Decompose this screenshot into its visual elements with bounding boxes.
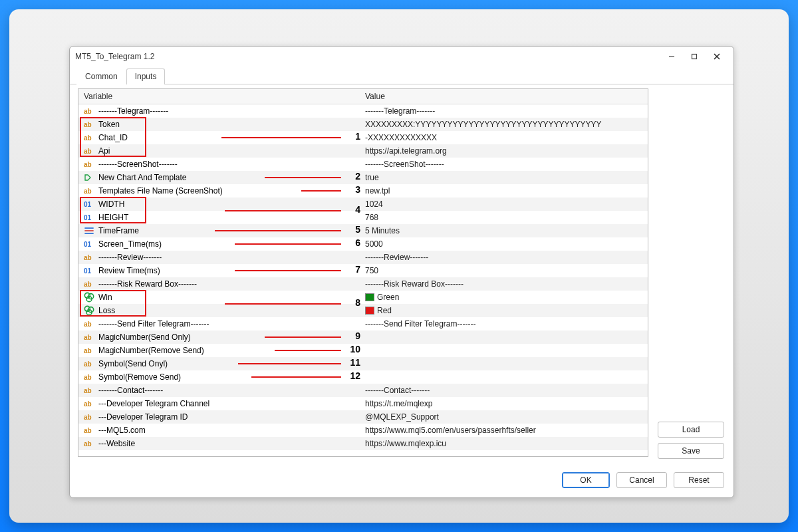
minimize-button[interactable] (660, 49, 683, 64)
value-cell[interactable]: https://api.telegram.org (361, 144, 648, 158)
bottom-buttons: OK Cancel Reset (562, 472, 724, 488)
value-cell[interactable]: 5000 (361, 237, 648, 251)
variable-name: Templates File Name (ScreenShot) (98, 186, 223, 196)
grid-header: Variable Value (78, 89, 648, 104)
variable-name: Win (98, 293, 112, 302)
variable-name: -------Contact------- (98, 386, 163, 395)
header-value: Value (361, 89, 648, 104)
string-type-icon: ab (84, 386, 94, 395)
table-row[interactable]: ab---Websitehttps://www.mqlexp.icu (78, 437, 648, 450)
value-cell[interactable]: 750 (361, 264, 648, 277)
value-text: -------Telegram------- (365, 106, 435, 116)
table-row[interactable]: 01WIDTH1024 (78, 198, 648, 211)
table-row[interactable]: New Chart And Templatetrue (78, 171, 648, 184)
variable-name: -------Review------- (98, 253, 162, 262)
value-text: 5000 (365, 239, 383, 249)
variable-cell: Win (78, 291, 361, 304)
table-row[interactable]: ab-------ScreenShot--------------ScreenS… (78, 158, 648, 171)
value-cell[interactable]: -------Telegram------- (361, 104, 648, 118)
table-row[interactable]: TimeFrame5 Minutes (78, 224, 648, 237)
table-row[interactable]: abSymbol(Send Onyl) (78, 357, 648, 370)
variable-name: Token (98, 120, 120, 129)
close-button[interactable] (706, 49, 728, 64)
table-row[interactable]: ab-------Risk Reward Box--------------Ri… (78, 277, 648, 291)
value-cell[interactable]: XXXXXXXXX:YYYYYYYYYYYYYYYYYYYYYYYYYYYYYY… (361, 118, 648, 131)
value-cell[interactable]: true (361, 171, 648, 184)
table-row[interactable]: abTemplates File Name (ScreenShot)new.tp… (78, 184, 648, 198)
variable-name: Review Time(ms) (98, 266, 160, 275)
reset-button[interactable]: Reset (674, 472, 724, 488)
table-row[interactable]: abSymbol(Remove Send) (78, 370, 648, 384)
value-cell[interactable] (361, 344, 648, 357)
table-row[interactable]: abTokenXXXXXXXXX:YYYYYYYYYYYYYYYYYYYYYYY… (78, 118, 648, 131)
save-button[interactable]: Save (658, 443, 724, 459)
variable-cell: ab-------Contact------- (78, 384, 361, 397)
variable-cell: abToken (78, 118, 361, 131)
value-cell[interactable]: -XXXXXXXXXXXXX (361, 131, 648, 144)
value-cell[interactable]: 768 (361, 211, 648, 224)
variable-cell: Loss (78, 304, 361, 317)
table-row[interactable]: abChat_ID-XXXXXXXXXXXXX (78, 131, 648, 144)
enum-type-icon (84, 226, 94, 235)
variable-cell: 01Screen_Time(ms) (78, 237, 361, 251)
value-text: Red (377, 306, 392, 315)
table-row[interactable]: ab-------Send Filter Telegram-----------… (78, 317, 648, 331)
value-cell[interactable]: https://www.mql5.com/en/users/passerhfts… (361, 424, 648, 437)
variable-name: -------ScreenShot------- (98, 160, 178, 169)
value-text: -------Contact------- (365, 386, 430, 395)
value-cell[interactable]: -------Risk Reward Box------- (361, 277, 648, 291)
value-cell[interactable]: -------Contact------- (361, 384, 648, 397)
tab-inputs[interactable]: Inputs (126, 68, 166, 84)
variable-name: MagicNumber(Send Only) (98, 332, 191, 342)
value-cell[interactable]: new.tpl (361, 184, 648, 198)
maximize-button[interactable] (683, 49, 706, 64)
variable-name: New Chart And Template (98, 173, 187, 182)
string-type-icon: ab (84, 346, 94, 355)
value-cell[interactable]: https://t.me/mqlexp (361, 397, 648, 410)
value-cell[interactable]: 5 Minutes (361, 224, 648, 237)
table-row[interactable]: abMagicNumber(Send Only) (78, 331, 648, 344)
load-button[interactable]: Load (658, 422, 724, 438)
tab-common[interactable]: Common (76, 68, 126, 84)
table-row[interactable]: abApihttps://api.telegram.org (78, 144, 648, 158)
variable-cell: ab-------ScreenShot------- (78, 158, 361, 171)
int-type-icon: 01 (84, 239, 94, 249)
variable-name: ---MQL5.com (98, 426, 146, 435)
string-type-icon: ab (84, 372, 94, 382)
value-cell[interactable]: @MQLEXP_Support (361, 410, 648, 424)
table-row[interactable]: ab-------Contact--------------Contact---… (78, 384, 648, 397)
table-row[interactable]: ab---Developer Telegram ID@MQLEXP_Suppor… (78, 410, 648, 424)
value-cell[interactable]: -------ScreenShot------- (361, 158, 648, 171)
value-cell[interactable]: Red (361, 304, 648, 317)
table-row[interactable]: ab---MQL5.comhttps://www.mql5.com/en/use… (78, 424, 648, 437)
variable-name: ---Developer Telegram Channel (98, 399, 209, 408)
variable-cell: abSymbol(Remove Send) (78, 370, 361, 384)
table-row[interactable]: 01HEIGHT768 (78, 211, 648, 224)
value-cell[interactable]: Green (361, 291, 648, 304)
table-row[interactable]: LossRed (78, 304, 648, 317)
table-row[interactable]: WinGreen (78, 291, 648, 304)
value-cell[interactable] (361, 331, 648, 344)
table-row[interactable]: 01Screen_Time(ms)5000 (78, 237, 648, 251)
dialog-window: MT5_To_Telegram 1.2 Common Inputs Variab… (69, 46, 734, 498)
table-row[interactable]: 01Review Time(ms)750 (78, 264, 648, 277)
table-row[interactable]: ab-------Review--------------Review-----… (78, 251, 648, 264)
table-row[interactable]: abMagicNumber(Remove Send) (78, 344, 648, 357)
value-cell[interactable] (361, 370, 648, 384)
variable-cell: ab---Developer Telegram ID (78, 410, 361, 424)
table-row[interactable]: ab-------Telegram--------------Telegram-… (78, 104, 648, 118)
value-cell[interactable]: -------Send Filter Telegram------- (361, 317, 648, 331)
value-cell[interactable]: 1024 (361, 198, 648, 211)
value-text: XXXXXXXXX:YYYYYYYYYYYYYYYYYYYYYYYYYYYYYY… (365, 120, 602, 129)
value-cell[interactable] (361, 357, 648, 370)
int-type-icon: 01 (84, 266, 94, 275)
bool-type-icon (84, 173, 94, 182)
value-cell[interactable]: -------Review------- (361, 251, 648, 264)
variable-name: Chat_ID (98, 133, 128, 142)
cancel-button[interactable]: Cancel (616, 472, 667, 488)
value-cell[interactable]: https://www.mqlexp.icu (361, 437, 648, 450)
variable-name: TimeFrame (98, 226, 139, 235)
ok-button[interactable]: OK (562, 472, 610, 488)
svg-rect-1 (692, 55, 697, 59)
table-row[interactable]: ab---Developer Telegram Channelhttps://t… (78, 397, 648, 410)
